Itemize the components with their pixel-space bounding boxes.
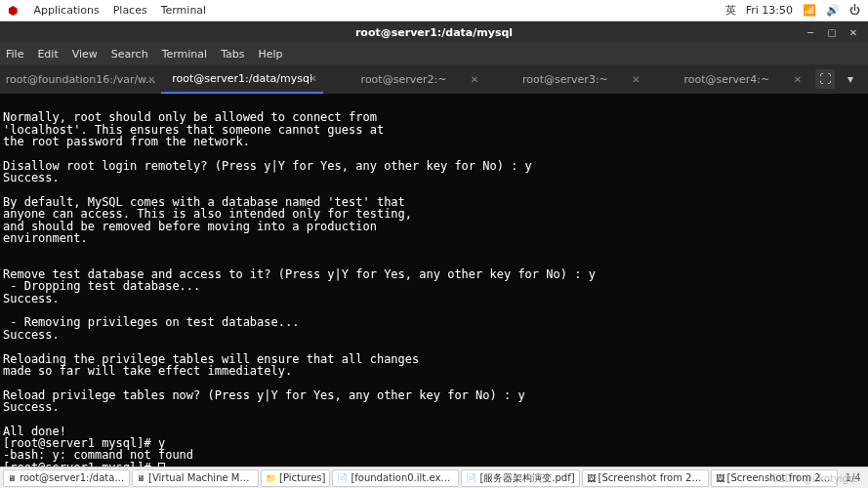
tab-label: root@server1:/data/mysql: [172, 72, 312, 85]
task-item-vmm[interactable]: 🖥 [Virtual Machine Manag...: [132, 469, 259, 487]
volume-icon[interactable]: 🔊: [826, 4, 840, 17]
menu-terminal[interactable]: Terminal: [162, 48, 208, 61]
document-icon: 📄: [337, 473, 348, 483]
task-item-pictures[interactable]: 📁 [Pictures]: [261, 469, 330, 487]
menu-help[interactable]: Help: [259, 48, 283, 61]
clock[interactable]: Fri 13:50: [746, 4, 793, 17]
tab-2[interactable]: root@server2:~ ✕: [323, 64, 484, 94]
distro-icon: ⬢: [8, 4, 18, 18]
gnome-topbar: ⬢ Applications Places Terminal 英 Fri 13:…: [0, 0, 868, 21]
terminal-icon: 🖥: [8, 473, 17, 483]
tab-3[interactable]: root@server3:~ ✕: [484, 64, 645, 94]
close-icon[interactable]: ✕: [309, 73, 316, 84]
window-title: root@server1:/data/mysql: [355, 26, 513, 39]
task-item-terminal[interactable]: 🖥 root@server1:/data/m...: [3, 469, 130, 487]
window-close-button[interactable]: ✕: [847, 25, 860, 39]
menu-terminal[interactable]: Terminal: [161, 4, 207, 17]
document-icon: 📄: [466, 473, 476, 483]
tab-overview-button[interactable]: ⛶: [815, 69, 835, 89]
wifi-icon[interactable]: 📶: [803, 4, 816, 17]
window-titlebar: root@server1:/data/mysql ─ ▢ ✕: [0, 21, 868, 43]
task-label: [服务器架构演变.pdf]: [479, 471, 574, 485]
menu-places[interactable]: Places: [113, 4, 147, 17]
task-item-pdf1[interactable]: 📄 [foundation0.ilt.exampl...: [332, 469, 459, 487]
task-item-screenshot1[interactable]: 🖼 [Screenshot from 202...: [582, 469, 709, 487]
menu-search[interactable]: Search: [111, 48, 148, 61]
window-maximize-button[interactable]: ▢: [825, 25, 839, 39]
tab-label: root@foundation16:/var/w...: [6, 73, 156, 86]
task-label: [Screenshot from 202...: [727, 472, 833, 483]
tab-0[interactable]: root@foundation16:/var/w... ✕: [0, 64, 161, 94]
task-label: [Virtual Machine Manag...: [148, 472, 254, 483]
close-icon[interactable]: ✕: [471, 74, 478, 85]
tab-bar: root@foundation16:/var/w... ✕ root@serve…: [0, 64, 868, 94]
menu-view[interactable]: View: [72, 48, 98, 61]
terminal-menu-bar: File Edit View Search Terminal Tabs Help: [0, 43, 868, 64]
close-icon[interactable]: ✕: [147, 74, 155, 85]
terminal-text: Normally, root should only be allowed to…: [3, 110, 596, 467]
tab-label: root@server4:~: [683, 73, 769, 86]
workspace-indicator[interactable]: 1/4: [840, 472, 867, 483]
close-icon[interactable]: ✕: [794, 74, 802, 85]
tab-4[interactable]: root@server4:~ ✕: [646, 64, 807, 94]
taskbar: 🖥 root@server1:/data/m... 🖥 [Virtual Mac…: [0, 467, 868, 488]
image-icon: 🖼: [716, 473, 724, 483]
task-label: [Pictures]: [279, 472, 325, 483]
tab-label: root@server2:~: [361, 73, 447, 86]
folder-icon: 📁: [266, 473, 276, 483]
tab-1[interactable]: root@server1:/data/mysql ✕: [161, 64, 322, 94]
image-icon: 🖼: [587, 473, 596, 483]
task-item-pdf2[interactable]: 📄 [服务器架构演变.pdf]: [461, 469, 579, 487]
menu-applications[interactable]: Applications: [33, 4, 99, 17]
vm-icon: 🖥: [137, 473, 145, 483]
window-minimize-button[interactable]: ─: [804, 25, 817, 39]
menu-edit[interactable]: Edit: [37, 48, 58, 61]
power-icon[interactable]: ⏻: [849, 4, 860, 17]
task-label: root@server1:/data/m...: [20, 472, 125, 483]
terminal-output[interactable]: Normally, root should only be allowed to…: [0, 94, 868, 467]
tab-label: root@server3:~: [522, 73, 608, 86]
task-item-screenshot2[interactable]: 🖼 [Screenshot from 202...: [711, 469, 838, 487]
menu-file[interactable]: File: [6, 48, 23, 61]
tab-menu-button[interactable]: ▾: [841, 69, 860, 89]
close-icon[interactable]: ✕: [632, 74, 640, 85]
task-label: [Screenshot from 202...: [599, 472, 704, 483]
ime-indicator[interactable]: 英: [725, 3, 736, 18]
task-label: [foundation0.ilt.exampl...: [351, 472, 454, 483]
menu-tabs[interactable]: Tabs: [221, 48, 244, 61]
